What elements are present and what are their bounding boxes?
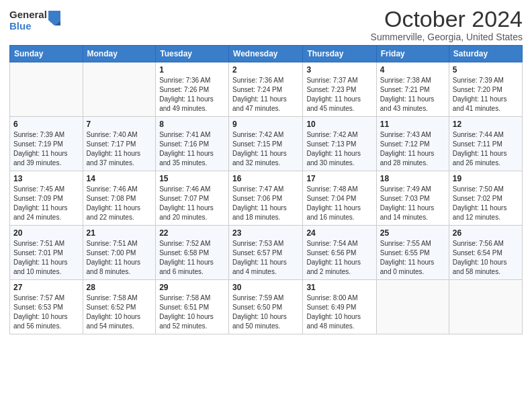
day-number: 18 [380, 174, 445, 183]
calendar-cell: 8Sunrise: 7:41 AMSunset: 7:16 PMDaylight… [156, 117, 229, 171]
day-number: 17 [306, 174, 372, 183]
day-info: Sunrise: 7:42 AMSunset: 7:15 PMDaylight:… [232, 130, 299, 168]
header: General Blue October 2024 Summerville, G… [9, 7, 523, 42]
calendar-cell: 19Sunrise: 7:50 AMSunset: 7:02 PMDayligh… [449, 171, 522, 226]
weekday-header-monday: Monday [83, 46, 156, 62]
day-number: 20 [13, 228, 79, 238]
calendar-cell: 20Sunrise: 7:51 AMSunset: 7:01 PMDayligh… [10, 226, 83, 280]
week-row-1: 1Sunrise: 7:36 AMSunset: 7:26 PMDaylight… [10, 62, 523, 117]
day-number: 21 [87, 228, 152, 238]
calendar-cell [449, 280, 522, 334]
calendar-cell: 3Sunrise: 7:37 AMSunset: 7:23 PMDaylight… [303, 62, 376, 117]
day-info: Sunrise: 7:39 AMSunset: 7:19 PMDaylight:… [13, 130, 79, 168]
weekday-header-sunday: Sunday [10, 46, 83, 62]
calendar-cell: 17Sunrise: 7:48 AMSunset: 7:04 PMDayligh… [303, 171, 376, 226]
page-container: General Blue October 2024 Summerville, G… [0, 0, 532, 341]
day-info: Sunrise: 7:55 AMSunset: 6:55 PMDaylight:… [380, 239, 445, 277]
week-row-4: 20Sunrise: 7:51 AMSunset: 7:01 PMDayligh… [10, 226, 523, 280]
day-number: 8 [159, 120, 225, 129]
day-info: Sunrise: 7:58 AMSunset: 6:51 PMDaylight:… [159, 293, 225, 331]
day-number: 26 [453, 228, 519, 238]
day-info: Sunrise: 7:41 AMSunset: 7:16 PMDaylight:… [159, 130, 225, 168]
day-number: 14 [87, 174, 152, 183]
calendar-cell: 28Sunrise: 7:58 AMSunset: 6:52 PMDayligh… [83, 280, 156, 334]
day-number: 2 [232, 65, 299, 75]
week-row-2: 6Sunrise: 7:39 AMSunset: 7:19 PMDaylight… [10, 117, 523, 171]
calendar-cell [83, 62, 156, 117]
day-info: Sunrise: 7:52 AMSunset: 6:58 PMDaylight:… [159, 239, 225, 277]
day-info: Sunrise: 7:40 AMSunset: 7:17 PMDaylight:… [87, 130, 152, 168]
calendar-cell: 13Sunrise: 7:45 AMSunset: 7:09 PMDayligh… [10, 171, 83, 226]
weekday-header-tuesday: Tuesday [156, 46, 229, 62]
calendar-cell [10, 62, 83, 117]
calendar-cell: 11Sunrise: 7:43 AMSunset: 7:12 PMDayligh… [376, 117, 449, 171]
calendar-cell: 5Sunrise: 7:39 AMSunset: 7:20 PMDaylight… [449, 62, 522, 117]
day-info: Sunrise: 7:50 AMSunset: 7:02 PMDaylight:… [453, 185, 519, 222]
day-info: Sunrise: 7:44 AMSunset: 7:11 PMDaylight:… [453, 130, 519, 168]
calendar-cell: 7Sunrise: 7:40 AMSunset: 7:17 PMDaylight… [83, 117, 156, 171]
calendar-cell: 14Sunrise: 7:46 AMSunset: 7:08 PMDayligh… [83, 171, 156, 226]
day-info: Sunrise: 7:53 AMSunset: 6:57 PMDaylight:… [232, 239, 299, 277]
day-info: Sunrise: 7:45 AMSunset: 7:09 PMDaylight:… [13, 185, 79, 222]
logo-text: General Blue [9, 9, 47, 32]
week-row-5: 27Sunrise: 7:57 AMSunset: 6:53 PMDayligh… [10, 280, 523, 334]
month-title: October 2024 [371, 7, 523, 32]
calendar-cell: 25Sunrise: 7:55 AMSunset: 6:55 PMDayligh… [376, 226, 449, 280]
day-info: Sunrise: 7:36 AMSunset: 7:24 PMDaylight:… [232, 76, 299, 113]
day-number: 22 [159, 228, 225, 238]
day-number: 31 [306, 283, 372, 292]
calendar-cell: 4Sunrise: 7:38 AMSunset: 7:21 PMDaylight… [376, 62, 449, 117]
calendar-cell: 24Sunrise: 7:54 AMSunset: 6:56 PMDayligh… [303, 226, 376, 280]
calendar-cell: 29Sunrise: 7:58 AMSunset: 6:51 PMDayligh… [156, 280, 229, 334]
day-number: 13 [13, 174, 79, 183]
day-info: Sunrise: 7:51 AMSunset: 7:01 PMDaylight:… [13, 239, 79, 277]
day-info: Sunrise: 7:36 AMSunset: 7:26 PMDaylight:… [159, 76, 225, 113]
day-info: Sunrise: 7:46 AMSunset: 7:07 PMDaylight:… [159, 185, 225, 222]
day-info: Sunrise: 7:39 AMSunset: 7:20 PMDaylight:… [453, 76, 519, 113]
calendar-cell: 9Sunrise: 7:42 AMSunset: 7:15 PMDaylight… [229, 117, 303, 171]
day-number: 11 [380, 120, 445, 129]
logo-general: General [9, 9, 47, 21]
day-number: 29 [159, 283, 225, 292]
day-number: 12 [453, 120, 519, 129]
day-number: 23 [232, 228, 299, 238]
calendar-cell: 27Sunrise: 7:57 AMSunset: 6:53 PMDayligh… [10, 280, 83, 334]
day-number: 24 [306, 228, 372, 238]
day-number: 5 [453, 65, 519, 75]
calendar-cell: 22Sunrise: 7:52 AMSunset: 6:58 PMDayligh… [156, 226, 229, 280]
weekday-header-friday: Friday [376, 46, 449, 62]
day-info: Sunrise: 7:56 AMSunset: 6:54 PMDaylight:… [453, 239, 519, 277]
day-info: Sunrise: 7:59 AMSunset: 6:50 PMDaylight:… [232, 293, 299, 331]
calendar-cell: 16Sunrise: 7:47 AMSunset: 7:06 PMDayligh… [229, 171, 303, 226]
calendar-cell: 21Sunrise: 7:51 AMSunset: 7:00 PMDayligh… [83, 226, 156, 280]
day-number: 16 [232, 174, 299, 183]
day-info: Sunrise: 7:38 AMSunset: 7:21 PMDaylight:… [380, 76, 445, 113]
day-number: 30 [232, 283, 299, 292]
day-info: Sunrise: 7:43 AMSunset: 7:12 PMDaylight:… [380, 130, 445, 168]
day-number: 6 [13, 120, 79, 129]
weekday-header-saturday: Saturday [449, 46, 522, 62]
calendar-cell [376, 280, 449, 334]
logo-blue: Blue [9, 21, 47, 32]
calendar-cell: 23Sunrise: 7:53 AMSunset: 6:57 PMDayligh… [229, 226, 303, 280]
day-number: 15 [159, 174, 225, 183]
day-info: Sunrise: 8:00 AMSunset: 6:49 PMDaylight:… [306, 293, 372, 331]
calendar-cell: 10Sunrise: 7:42 AMSunset: 7:13 PMDayligh… [303, 117, 376, 171]
day-info: Sunrise: 7:46 AMSunset: 7:08 PMDaylight:… [87, 185, 152, 222]
day-number: 10 [306, 120, 372, 129]
weekday-header-thursday: Thursday [303, 46, 376, 62]
day-info: Sunrise: 7:57 AMSunset: 6:53 PMDaylight:… [13, 293, 79, 331]
day-info: Sunrise: 7:58 AMSunset: 6:52 PMDaylight:… [87, 293, 152, 331]
day-info: Sunrise: 7:49 AMSunset: 7:03 PMDaylight:… [380, 185, 445, 222]
day-number: 4 [380, 65, 445, 75]
calendar-cell: 30Sunrise: 7:59 AMSunset: 6:50 PMDayligh… [229, 280, 303, 334]
location: Summerville, Georgia, United States [371, 32, 523, 42]
day-number: 7 [87, 120, 152, 129]
day-number: 25 [380, 228, 445, 238]
day-info: Sunrise: 7:48 AMSunset: 7:04 PMDaylight:… [306, 185, 372, 222]
calendar-cell: 6Sunrise: 7:39 AMSunset: 7:19 PMDaylight… [10, 117, 83, 171]
calendar-cell: 26Sunrise: 7:56 AMSunset: 6:54 PMDayligh… [449, 226, 522, 280]
day-info: Sunrise: 7:37 AMSunset: 7:23 PMDaylight:… [306, 76, 372, 113]
weekday-header-wednesday: Wednesday [229, 46, 303, 62]
calendar-cell: 2Sunrise: 7:36 AMSunset: 7:24 PMDaylight… [229, 62, 303, 117]
